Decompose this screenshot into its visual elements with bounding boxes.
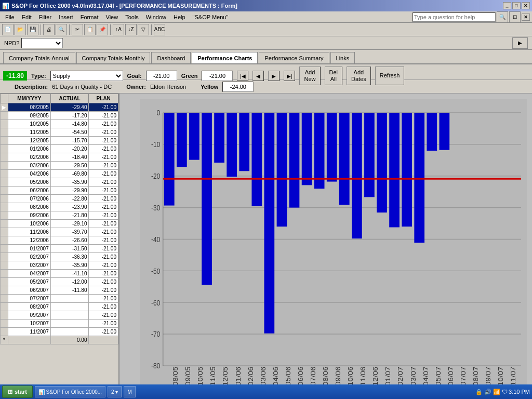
table-row[interactable]: 02/2007 -36.30 -21.00	[1, 253, 118, 261]
table-row[interactable]: ▶ 08/2005 -29.40 -21.00	[1, 103, 118, 112]
tb-new[interactable]: 📄	[2, 24, 14, 35]
menu-insert[interactable]: Insert	[56, 12, 76, 22]
table-row[interactable]: 01/2006 -20.20 -21.00	[1, 145, 118, 153]
tb-paste[interactable]: 📌	[97, 24, 108, 35]
tb-save[interactable]: 💾	[27, 24, 38, 35]
table-row[interactable]: 02/2006 -18.40 -21.00	[1, 153, 118, 162]
menu-view[interactable]: View	[103, 12, 122, 22]
menu-format[interactable]: Format	[77, 12, 102, 22]
table-row[interactable]: 05/2007 -12.00 -21.00	[1, 278, 118, 286]
table-row[interactable]: 09/2005 -17.20 -21.00	[1, 112, 118, 120]
menu-help[interactable]: Help	[170, 12, 189, 22]
row-indicator	[1, 153, 8, 162]
table-row[interactable]: 07/2007 -21.00	[1, 295, 118, 303]
tb-filter[interactable]: ▽	[138, 24, 149, 35]
goal-input[interactable]	[146, 71, 177, 81]
yellow-input[interactable]	[222, 82, 254, 92]
new-record-row[interactable]: * 0.00	[1, 336, 118, 344]
tb-preview[interactable]: 🔍	[56, 24, 67, 35]
table-row[interactable]: 04/2006 -69.80 -21.00	[1, 170, 118, 178]
table-row[interactable]: 11/2006 -39.70 -21.00	[1, 228, 118, 236]
tb-copy[interactable]: 📋	[84, 24, 96, 35]
nav-next[interactable]: ▶	[268, 71, 280, 81]
taskbar-item-m[interactable]: M	[124, 386, 135, 397]
svg-text:12/06: 12/06	[373, 367, 379, 386]
del-all-button[interactable]: DelAll	[325, 66, 343, 85]
help-search-button[interactable]: 🔍	[497, 11, 508, 23]
tb-print[interactable]: 🖨	[43, 24, 55, 35]
svg-rect-35	[264, 113, 275, 334]
row-indicator	[1, 245, 8, 253]
minimize-button[interactable]: _	[503, 2, 511, 9]
cell-plan: -21.00	[89, 261, 118, 270]
maximize-button[interactable]: □	[512, 2, 521, 9]
tab-company-annual[interactable]: Company Totals-Annual	[3, 52, 75, 63]
menu-file[interactable]: File	[2, 12, 18, 22]
table-row[interactable]: 08/2007 -21.00	[1, 303, 118, 311]
tab-dashboard[interactable]: Dashboard	[151, 52, 191, 63]
nav-last[interactable]: ▶|	[284, 71, 295, 81]
table-row[interactable]: 06/2007 -11.80 -21.00	[1, 286, 118, 295]
start-button[interactable]: ⊞ start	[2, 385, 33, 398]
taskbar-left: ⊞ start 📊 S&OP For Office 2000... 2 ▾ M	[2, 385, 136, 398]
table-row[interactable]: 04/2007 -41.10 -21.00	[1, 270, 118, 278]
tb-spell[interactable]: ABC	[154, 24, 165, 35]
npd-label: NPD?	[4, 40, 19, 46]
table-row[interactable]: 11/2007 -21.00	[1, 328, 118, 336]
table-row[interactable]: 07/2006 -22.80 -21.00	[1, 195, 118, 203]
refresh-button[interactable]: Refresh	[375, 66, 405, 85]
help-search-input[interactable]	[413, 12, 496, 22]
table-row[interactable]: 05/2006 -35.90 -21.00	[1, 178, 118, 187]
cell-actual: -12.00	[50, 278, 89, 286]
taskbar-item-2[interactable]: 2 ▾	[108, 386, 122, 397]
table-row[interactable]: 10/2005 -14.80 -21.00	[1, 120, 118, 128]
svg-text:07/06: 07/06	[310, 367, 316, 386]
tab-company-monthly[interactable]: Company Totals-Monthly	[76, 52, 151, 63]
menu-tools[interactable]: Tools	[122, 12, 142, 22]
table-row[interactable]: 03/2007 -35.90 -21.00	[1, 261, 118, 270]
tab-links[interactable]: Links	[330, 52, 355, 63]
restore-button[interactable]: ⊡	[509, 11, 521, 23]
controls-row-1: -11.80 Type: Supply Goal: Green |◀ ◀ ▶ ▶…	[0, 64, 532, 80]
menu-filter[interactable]: Filter	[36, 12, 55, 22]
npd-action-btn[interactable]: ▶	[512, 37, 528, 49]
tb-sort-za[interactable]: ↓Z	[125, 24, 137, 35]
clock: 3:10 PM	[509, 389, 530, 395]
npd-select[interactable]	[21, 38, 63, 48]
add-dates-button[interactable]: AddDates	[347, 66, 371, 85]
nav-first[interactable]: |◀	[237, 71, 248, 81]
close-button[interactable]: ✕	[522, 2, 530, 9]
svg-rect-63	[440, 113, 450, 150]
cell-plan: -21.00	[89, 270, 118, 278]
add-new-button[interactable]: AddNew	[299, 66, 320, 85]
menu-saop[interactable]: "S&OP Menu"	[190, 12, 232, 22]
table-row[interactable]: 06/2006 -29.90 -21.00	[1, 187, 118, 195]
row-indicator	[1, 137, 8, 145]
col-indicator	[1, 94, 8, 103]
current-value-badge: -11.80	[3, 71, 27, 81]
table-row[interactable]: 11/2005 -54.50 -21.00	[1, 128, 118, 137]
tb-sort-az[interactable]: ↑A	[113, 24, 124, 35]
nav-prev[interactable]: ◀	[252, 71, 264, 81]
table-row[interactable]: 09/2007 -21.00	[1, 311, 118, 320]
taskbar-app-item[interactable]: 📊 S&OP For Office 2000...	[35, 386, 105, 397]
tab-performance-summary[interactable]: Performance Summary	[259, 52, 329, 63]
svg-rect-19	[164, 113, 175, 206]
table-row[interactable]: 08/2006 -23.90 -21.00	[1, 203, 118, 211]
type-select[interactable]: Supply	[50, 71, 123, 81]
menu-edit[interactable]: Edit	[19, 12, 35, 22]
tab-performance-charts[interactable]: Performance Charts	[192, 52, 258, 63]
tb-cut[interactable]: ✂	[72, 24, 83, 35]
table-row[interactable]: 01/2007 -31.50 -21.00	[1, 245, 118, 253]
green-input[interactable]	[202, 71, 233, 81]
table-row[interactable]: 03/2006 -29.50 -21.00	[1, 162, 118, 170]
table-row[interactable]: 12/2005 -15.70 -21.00	[1, 137, 118, 145]
table-row[interactable]: 10/2006 -29.10 -21.00	[1, 220, 118, 228]
menu-window[interactable]: Window	[143, 12, 169, 22]
table-row[interactable]: 09/2006 -21.80 -21.00	[1, 211, 118, 220]
table-row[interactable]: 12/2006 -26.60 -21.00	[1, 236, 118, 245]
table-row[interactable]: 10/2007 -21.00	[1, 320, 118, 328]
close-inner-button[interactable]: ✕	[522, 14, 530, 21]
type-label: Type:	[31, 73, 46, 79]
tb-open[interactable]: 📂	[15, 24, 26, 35]
